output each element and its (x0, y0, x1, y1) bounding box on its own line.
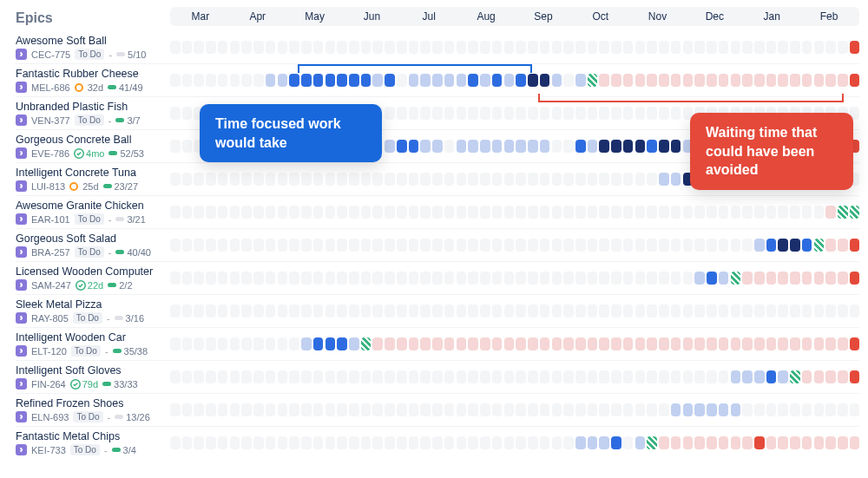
epic-title[interactable]: Fantastic Metal Chips (16, 430, 165, 442)
epic-title[interactable]: Unbranded Plastic Fish (16, 101, 165, 113)
epic-row[interactable]: Gorgeous Soft SaladBRA-257To Do-40/40 (16, 228, 859, 261)
timeline-cell (504, 107, 515, 120)
timeline-cell (361, 370, 372, 383)
epic-key[interactable]: ELT-120 (31, 346, 67, 357)
timeline-cell (766, 337, 777, 350)
epic-key[interactable]: EVE-786 (31, 148, 69, 159)
epic-title[interactable]: Gorgeous Concrete Ball (16, 134, 165, 146)
epic-key[interactable]: FIN-264 (31, 379, 66, 390)
epic-row[interactable]: Intelligent Wooden CarELT-120To Do-35/38 (16, 327, 859, 360)
timeline-cell (694, 41, 705, 54)
timeline-cell (694, 206, 705, 219)
timeline-cell (671, 206, 681, 219)
timeline-cell (802, 370, 812, 383)
timeline-cell (409, 140, 419, 153)
timeline-cell (635, 272, 646, 285)
timeline-cell (301, 370, 312, 383)
timeline-cell (444, 107, 455, 120)
epic-key[interactable]: CEC-775 (31, 49, 70, 60)
epic-key[interactable]: LUI-813 (31, 181, 65, 192)
epic-row[interactable]: Intelligent Soft GlovesFIN-26479d33/33 (16, 360, 859, 393)
month-label: Dec (686, 10, 743, 23)
timeline-cell (707, 206, 717, 219)
timeline-cell (241, 272, 252, 285)
epic-title[interactable]: Gorgeous Soft Salad (16, 232, 165, 245)
timeline-cell (742, 304, 753, 318)
timeline-cell (575, 239, 586, 252)
epic-info: Intelligent Soft GlovesFIN-26479d33/33 (16, 364, 170, 390)
epic-row[interactable]: Awesome Soft BallCEC-775To Do-5/10 (16, 31, 859, 63)
epic-key[interactable]: RAY-805 (31, 313, 69, 324)
epic-title[interactable]: Awesome Soft Ball (16, 35, 165, 47)
epic-title[interactable]: Intelligent Concrete Tuna (16, 167, 165, 179)
progress-text: 40/40 (127, 247, 151, 258)
timeline-cell (289, 41, 299, 54)
timeline-cell (278, 436, 288, 449)
epic-row[interactable]: Licensed Wooden ComputerSAM-24722d2/2 (16, 261, 859, 294)
timeline-cell (337, 173, 347, 186)
timeline-cell (754, 370, 765, 383)
timeline-cell (289, 436, 299, 449)
epic-row[interactable]: Fantastic Metal ChipsKEI-733To Do-3/4 (16, 426, 859, 459)
timeline-cell (778, 41, 788, 54)
timeline-cell (492, 239, 503, 252)
status-text: 32d (88, 82, 103, 93)
timeline-cell (671, 140, 681, 153)
timeline-cell (194, 41, 204, 54)
timeline-cell (349, 173, 359, 186)
timeline-cell (731, 436, 741, 449)
timeline-cell (754, 74, 765, 87)
epic-key[interactable]: MEL-686 (31, 82, 70, 93)
epic-info: Gorgeous Soft SaladBRA-257To Do-40/40 (16, 232, 170, 258)
timeline-cell (504, 41, 515, 54)
epic-title[interactable]: Refined Frozen Shoes (16, 397, 165, 409)
timeline-cell (611, 239, 621, 252)
timeline-cell (492, 370, 503, 383)
epic-key[interactable]: SAM-247 (31, 280, 71, 291)
epic-key[interactable]: VEN-377 (31, 115, 70, 126)
epic-title[interactable]: Sleek Metal Pizza (16, 298, 165, 311)
timeline-cell (671, 304, 681, 318)
timeline-cell (278, 337, 288, 350)
timeline-cell (599, 337, 609, 350)
progress: 3/4 (112, 445, 136, 455)
epic-key[interactable]: BRA-257 (31, 247, 70, 258)
epic-key[interactable]: ELN-693 (31, 412, 69, 422)
timeline-cell (194, 403, 204, 416)
progress-text: 3/16 (126, 313, 144, 324)
epic-meta: CEC-775To Do-5/10 (16, 49, 165, 60)
timeline-cell (194, 304, 204, 318)
timeline-cell (278, 370, 288, 383)
timeline-cell (349, 337, 359, 350)
separator-dash: - (108, 49, 112, 60)
timeline-cell (588, 239, 598, 252)
timeline-cell (611, 140, 621, 153)
epic-title[interactable]: Awesome Granite Chicken (16, 200, 165, 212)
epic-title[interactable]: Intelligent Wooden Car (16, 331, 165, 344)
epic-row[interactable]: Refined Frozen ShoesELN-693To Do-13/26 (16, 393, 859, 426)
epic-timeline (170, 430, 859, 449)
epic-key[interactable]: KEI-733 (31, 445, 66, 455)
status-text: 4mo (86, 148, 104, 159)
timeline-cell (480, 140, 490, 153)
timeline-cell (563, 239, 574, 252)
timeline-cell (683, 403, 694, 416)
epic-row[interactable]: Sleek Metal PizzaRAY-805To Do-3/16 (16, 294, 859, 327)
epic-type-icon (16, 246, 27, 258)
timeline-cell (575, 337, 586, 350)
timeline-cell (647, 403, 657, 416)
epic-row[interactable]: Awesome Granite ChickenEAR-101To Do-3/21 (16, 195, 859, 228)
timeline-cell (420, 140, 431, 153)
timeline-cell (230, 272, 240, 285)
timeline-cell (563, 337, 574, 350)
epic-type-icon (16, 279, 27, 291)
timeline-cell (563, 41, 574, 54)
timeline-cell (361, 41, 372, 54)
epic-key[interactable]: EAR-101 (31, 214, 70, 225)
progress-bar-icon (102, 382, 111, 386)
epic-meta: ELN-693To Do-13/26 (16, 411, 165, 422)
epic-title[interactable]: Intelligent Soft Gloves (16, 364, 165, 377)
timeline-cell (385, 206, 395, 219)
epic-title[interactable]: Licensed Wooden Computer (16, 265, 165, 278)
epic-title[interactable]: Fantastic Rubber Cheese (16, 68, 165, 80)
